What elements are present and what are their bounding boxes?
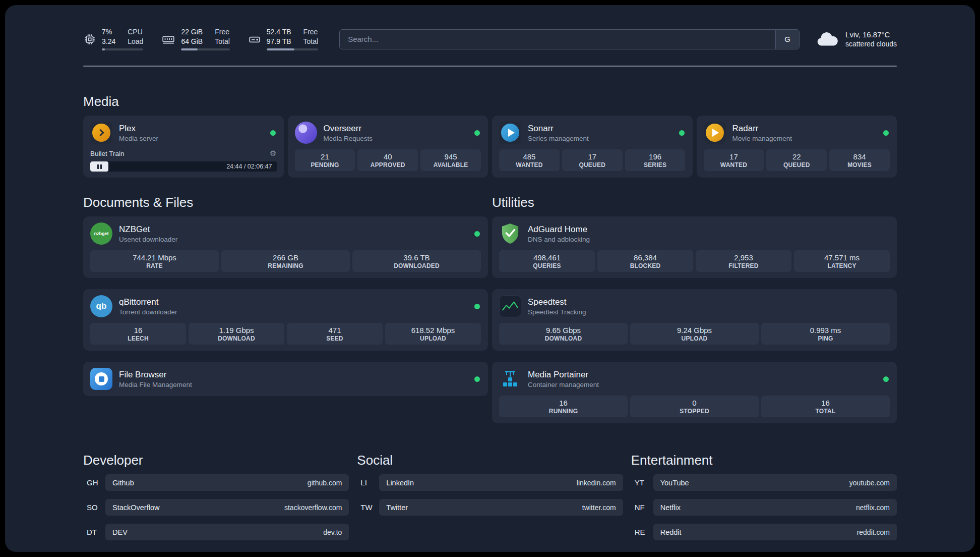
social-section: Social LI LinkedIn linkedin.com TW Twitt… — [357, 453, 623, 540]
card-header: Sonarr Series management — [499, 122, 686, 144]
app-card-portainer[interactable]: Media Portainer Container management 16 … — [492, 362, 897, 423]
stats-row: 498,461 QUERIES 86,384 BLOCKED 2,953 FIL… — [499, 250, 890, 272]
status-dot — [474, 304, 480, 309]
link-abbr: NF — [631, 503, 653, 512]
stat-value: 2,953 — [698, 253, 789, 262]
app-card-sonarr[interactable]: Sonarr Series management 485 WANTED 17 Q… — [492, 116, 693, 178]
app-subtitle: Usenet downloader — [119, 236, 468, 243]
ram-stats: 22 GiB Free 64 GiB Total — [161, 28, 229, 50]
media-section-title: Media — [83, 94, 897, 109]
link-reddit[interactable]: Reddit reddit.com — [653, 524, 897, 540]
stat-value: 21 — [297, 152, 353, 161]
ram-icon — [161, 33, 175, 46]
stat-label: UPLOAD — [387, 335, 479, 342]
stat-label: FILTERED — [698, 262, 789, 269]
stat-value: 86,384 — [599, 253, 691, 262]
stat-tile: 1.19 Gbps DOWNLOAD — [189, 323, 284, 345]
stat-label: STOPPED — [632, 408, 757, 415]
pause-icon[interactable] — [90, 161, 108, 172]
app-name: Overseerr — [324, 124, 468, 134]
link-item: RE Reddit reddit.com — [631, 524, 897, 540]
playback-time: 24:44 / 02:06:47 — [226, 163, 272, 170]
stat-value: 471 — [289, 326, 381, 335]
link-linkedin[interactable]: LinkedIn linkedin.com — [379, 474, 623, 491]
link-url: reddit.com — [857, 528, 890, 536]
topbar: 7% CPU 3.24 Load 22 — [83, 5, 897, 50]
stat-value: 0.993 ms — [763, 326, 888, 335]
link-youtube[interactable]: YouTube youtube.com — [653, 474, 897, 491]
app-card-filebrowser[interactable]: File Browser Media File Management — [83, 362, 488, 396]
link-name: Twitter — [386, 504, 408, 512]
card-header: nzbget NZBGet Usenet downloader — [90, 222, 481, 245]
stat-value: 16 — [92, 326, 184, 335]
app-name: NZBGet — [119, 225, 468, 235]
search-bar: G — [339, 29, 800, 49]
stat-label: SERIES — [627, 161, 684, 169]
stat-value: 834 — [831, 152, 888, 161]
card-header: Speedtest Speedtest Tracking — [499, 295, 890, 317]
link-url: netflix.com — [856, 504, 890, 512]
link-item: DT DEV dev.to — [83, 524, 349, 540]
stat-tile: 945 AVAILABLE — [420, 149, 481, 171]
app-card-overseerr[interactable]: Overseerr Media Requests 21 PENDING 40 A… — [288, 116, 488, 178]
link-netflix[interactable]: Netflix netflix.com — [653, 499, 897, 516]
stat-tile: 471 SEED — [287, 323, 383, 345]
stat-tile: 9.65 Gbps DOWNLOAD — [499, 323, 628, 345]
playback-progress-bar[interactable]: 24:44 / 02:06:47 — [90, 161, 277, 172]
media-grid: Plex Media server Bullet Train ⚙ 24:44 /… — [83, 116, 897, 178]
stat-label: APPROVED — [359, 161, 416, 169]
stat-tile: 618.52 Mbps UPLOAD — [385, 323, 481, 345]
app-text: NZBGet Usenet downloader — [119, 225, 468, 243]
stat-value: 17 — [564, 152, 621, 161]
stat-value: 0 — [632, 399, 757, 407]
disk-icon — [248, 33, 261, 46]
search-input[interactable] — [340, 30, 775, 49]
card-header: Plex Media server — [90, 122, 277, 144]
adguard-icon — [499, 222, 521, 245]
status-dot — [474, 231, 480, 237]
stat-value: 618.52 Mbps — [387, 326, 479, 335]
app-card-nzbget[interactable]: nzbget NZBGet Usenet downloader 744.21 M… — [83, 216, 488, 278]
stat-value: 47.571 ms — [796, 253, 888, 262]
stat-tile: 0.993 ms PING — [761, 323, 890, 345]
stat-value: 1.19 Gbps — [191, 326, 282, 335]
speedtest-icon — [499, 295, 521, 317]
app-card-adguard[interactable]: AdGuard Home DNS and adblocking 498,461 … — [492, 216, 897, 278]
app-card-radarr[interactable]: Radarr Movie management 17 WANTED 22 QUE… — [697, 116, 897, 178]
stat-tile: 47.571 ms LATENCY — [794, 250, 890, 272]
stat-tile: 16 LEECH — [90, 323, 186, 345]
app-text: Speedtest Speedtest Tracking — [528, 297, 890, 316]
link-item: YT YouTube youtube.com — [631, 474, 897, 491]
app-card-speedtest[interactable]: Speedtest Speedtest Tracking 9.65 Gbps D… — [492, 289, 897, 351]
dashboard-page: 7% CPU 3.24 Load 22 — [5, 5, 975, 552]
link-item: GH Github github.com — [83, 474, 349, 491]
stat-tile: 16 TOTAL — [761, 396, 890, 417]
stat-value: 9.24 Gbps — [632, 326, 757, 335]
link-abbr: YT — [631, 478, 653, 487]
stat-tile: 485 WANTED — [499, 149, 560, 171]
app-card-plex[interactable]: Plex Media server Bullet Train ⚙ 24:44 /… — [83, 116, 284, 178]
link-item: TW Twitter twitter.com — [357, 499, 623, 516]
stat-value: 17 — [706, 152, 762, 161]
search-engine-button[interactable]: G — [775, 30, 799, 49]
link-stackoverflow[interactable]: StackOverflow stackoverflow.com — [105, 499, 349, 516]
gear-icon[interactable]: ⚙ — [270, 149, 276, 158]
nzbget-icon: nzbget — [90, 222, 112, 245]
stat-tile: 498,461 QUERIES — [499, 250, 595, 272]
stat-label: WANTED — [706, 161, 762, 169]
stats-row: 485 WANTED 17 QUEUED 196 SERIES — [499, 149, 686, 171]
now-playing-row: Bullet Train ⚙ — [90, 149, 277, 158]
link-url: github.com — [308, 479, 342, 487]
nzbget-icon-text: nzbget — [94, 231, 109, 236]
app-card-qbittorrent[interactable]: qb qBittorrent Torrent downloader 16 — [83, 289, 488, 351]
overseerr-icon — [295, 122, 317, 144]
weather-condition: scattered clouds — [845, 40, 897, 48]
link-name: Reddit — [660, 528, 682, 536]
link-twitter[interactable]: Twitter twitter.com — [379, 499, 623, 516]
link-github[interactable]: Github github.com — [105, 474, 349, 491]
stats-row: 16 LEECH 1.19 Gbps DOWNLOAD 471 SEED — [90, 323, 481, 345]
stat-tile: 21 PENDING — [295, 149, 355, 171]
link-dev[interactable]: DEV dev.to — [105, 524, 349, 540]
link-abbr: RE — [631, 528, 653, 536]
stat-label: LATENCY — [796, 262, 888, 269]
